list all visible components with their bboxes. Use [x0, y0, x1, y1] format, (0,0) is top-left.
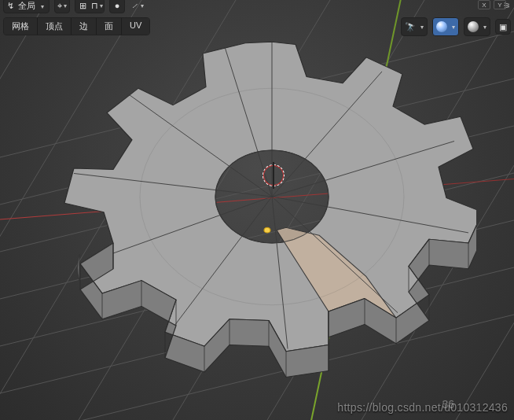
cursor-icon: ↯	[7, 1, 14, 11]
shading-sphere-icon	[436, 21, 447, 32]
viewport-overlays: 🔭 ▣	[401, 17, 511, 36]
header-toolbar: ↯ 全局 ⌖ ⊞ ⊓ ● ⟋ ⚞	[0, 0, 514, 11]
tab-edge[interactable]: 边	[72, 18, 97, 35]
transform-orientation-dropdown[interactable]: ↯ 全局	[3, 0, 50, 13]
proportional-falloff-dropdown[interactable]: ⟋	[130, 0, 144, 13]
tab-mesh[interactable]: 网格	[4, 18, 38, 35]
tab-vertex[interactable]: 顶点	[38, 18, 72, 35]
y-label: Y	[497, 2, 501, 9]
watermark-text: https://blog.csdn.net/u010312436	[337, 401, 508, 414]
chevron-down-icon	[39, 1, 44, 10]
snap-toggle[interactable]: ⊞	[75, 0, 90, 13]
snap-mode-icon: ⊓	[91, 1, 98, 11]
overlay-sphere-icon	[468, 21, 479, 32]
xray-icon: ▣	[499, 22, 507, 32]
pivot-icon: ⌖	[57, 1, 62, 11]
eye-icon: 🔭	[405, 22, 416, 32]
xray-toggle[interactable]: ▣	[495, 19, 511, 35]
tab-uv[interactable]: UV	[122, 18, 149, 35]
mesh-select-mode-tabs: 网格 顶点 边 面 UV	[3, 17, 150, 35]
close-y-button[interactable]: Y	[494, 0, 506, 9]
proportional-edit-toggle[interactable]: ●	[109, 0, 125, 13]
pivot-dropdown[interactable]: ⌖	[54, 0, 70, 13]
snap-options[interactable]: ⊓	[90, 0, 104, 13]
tab-face[interactable]: 面	[97, 18, 122, 35]
transform-orientation-label: 全局	[18, 0, 35, 12]
svg-point-46	[264, 227, 270, 233]
close-x-button[interactable]: X	[478, 0, 490, 9]
svg-line-7	[0, 0, 47, 420]
gear-mesh[interactable]	[52, 24, 476, 409]
visibility-dropdown[interactable]: 🔭	[401, 17, 428, 36]
overlay-dropdown[interactable]	[464, 17, 490, 36]
snap-segment: ⊞ ⊓	[75, 0, 105, 13]
falloff-icon: ⟋	[130, 1, 139, 10]
magnet-icon: ⊞	[79, 1, 86, 11]
viewport-3d[interactable]: ↯ 全局 ⌖ ⊞ ⊓ ● ⟋ ⚞ X Y 网格 顶点 边 面 UV 🔭 ▣ ht…	[0, 0, 514, 420]
corner-number: 36	[442, 398, 454, 411]
cursor-3d	[263, 165, 284, 186]
x-label: X	[482, 2, 486, 9]
circle-dot-icon: ●	[115, 1, 120, 10]
gizmo-dropdown[interactable]	[432, 17, 459, 36]
